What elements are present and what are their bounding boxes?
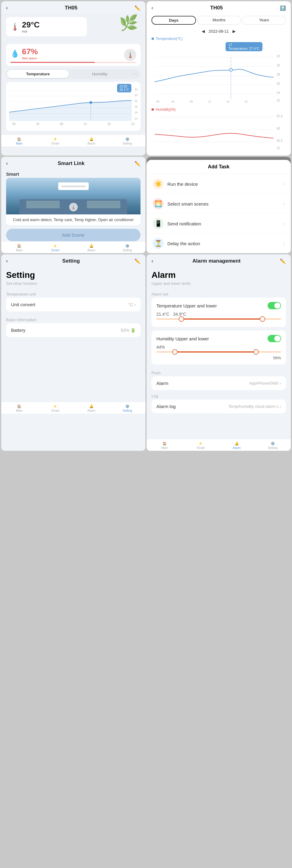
add-task-panel: Add Task ☀️ Run the device › 🌅 Select sm… (147, 160, 291, 253)
home-icon: 🏠 (17, 137, 21, 141)
edit-icon-6[interactable]: ✏️ (280, 258, 286, 264)
temp-alarm-label: Temperature Upper and lower (156, 303, 217, 308)
unit-convert-label: Unit convert (11, 302, 35, 307)
nav-alarm-6[interactable]: 🔔 Alarm (219, 442, 255, 450)
svg-text:32: 32 (134, 93, 137, 97)
alarm-icon: 🔔 (89, 137, 94, 141)
nav-smart-5[interactable]: ⚡ Smart (37, 404, 73, 412)
svg-text:26: 26 (134, 111, 137, 114)
home-icon-5: 🏠 (17, 404, 21, 408)
svg-text:24: 24 (134, 117, 137, 120)
temperature-status: Hot (22, 30, 40, 33)
alarm-log-row[interactable]: Alarm log Temp/humidity cloud alarm c › (152, 400, 286, 413)
push-section-label: Push (147, 368, 291, 376)
edit-icon-3[interactable]: ✏️ (134, 161, 140, 166)
setting-page-title: Setting (1, 267, 145, 281)
setting-icon-3: ⚙️ (125, 244, 130, 248)
smart-icon-5: ⚡ (53, 404, 57, 408)
nav-main-3[interactable]: 🏠 Main (1, 244, 37, 252)
nav-smart-6[interactable]: ⚡ Smart (183, 442, 219, 450)
prev-date-icon[interactable]: ◀ (202, 29, 205, 34)
setting-icon-6: ⚙️ (271, 442, 275, 445)
screen3-title: Smart Link (58, 160, 85, 166)
tab-humidity[interactable]: Humidity (69, 70, 131, 78)
humidity-alarm-toggle[interactable] (268, 335, 281, 342)
svg-text:30: 30 (134, 99, 137, 102)
battery-value: 53% 🔋 (121, 328, 136, 333)
next-date-icon[interactable]: ▶ (233, 29, 236, 34)
task-delay-action[interactable]: ⏳ Delay the action › (147, 234, 291, 253)
alarm-set-label: Alarm set (147, 289, 291, 298)
setting-icon-5: ⚙️ (125, 404, 130, 408)
svg-text:16: 16 (226, 100, 229, 103)
push-value: App/Phone/SMS › (249, 381, 281, 385)
svg-text:32: 32 (277, 55, 281, 58)
back-icon[interactable]: ‹ (6, 5, 8, 11)
battery-icon: 🔋 (130, 328, 136, 333)
temp-alarm-toggle[interactable] (268, 302, 281, 309)
nav-alarm-3[interactable]: 🔔 Alarm (73, 244, 109, 252)
unit-convert-row[interactable]: Unit convert °C › (6, 298, 140, 311)
hist-tab-years[interactable]: Years (242, 16, 286, 25)
nav-setting[interactable]: ⚙️ Setting (109, 137, 145, 145)
nav-setting-3[interactable]: ⚙️ Setting (109, 244, 145, 252)
delay-action-icon: ⏳ (153, 238, 164, 249)
svg-text:60: 60 (277, 127, 281, 130)
nav-setting-5[interactable]: ⚙️ Setting (109, 404, 145, 412)
svg-text:28: 28 (134, 105, 137, 108)
share-icon[interactable]: ⬆️ (280, 5, 286, 11)
unit-convert-value: °C › (128, 302, 136, 307)
nav-alarm-5[interactable]: 🔔 Alarm (73, 404, 109, 412)
nav-smart-3[interactable]: ⚡ Smart (37, 244, 73, 252)
temp-high-value: 34.9°C (173, 312, 186, 317)
smart-icon-6: ⚡ (198, 442, 203, 445)
chevron-log: › (280, 404, 281, 409)
svg-text:09: 09 (156, 100, 159, 103)
smart-icon-3: ⚡ (53, 244, 57, 248)
alarm-push-row[interactable]: Alarm App/Phone/SMS › (152, 376, 286, 390)
nav-smart[interactable]: ⚡ Smart (37, 137, 73, 145)
basic-info-section: Basic information (1, 315, 145, 323)
setting-subtitle: Set other function (1, 281, 145, 289)
hist-tab-months[interactable]: Months (197, 16, 241, 25)
send-notification-icon: 📱 (153, 218, 164, 229)
tab-temperature[interactable]: Temperature (7, 70, 69, 78)
scene-description: Cold and warm detect, Temp care, Temp hi… (6, 214, 140, 225)
temp-low-value: 21.4°C (156, 312, 169, 317)
humidity-icon: 💧 (10, 50, 20, 58)
svg-text:40.5: 40.5 (277, 139, 283, 143)
nav-main-6[interactable]: 🏠 Main (147, 442, 183, 450)
select-scenes-chevron: › (283, 201, 285, 207)
task-select-scenes[interactable]: 🌅 Select smart scenes › (147, 194, 291, 214)
edit-icon[interactable]: ✏️ (134, 5, 140, 11)
chart-tooltip: 13.00 29.1°C (117, 84, 131, 92)
back-icon-2[interactable]: ‹ (152, 5, 153, 11)
temp-unit-section: Temperature unit (1, 289, 145, 298)
screen2-title: TH05 (210, 5, 223, 11)
task-send-notification[interactable]: 📱 Send notification › (147, 214, 291, 234)
svg-text:34: 34 (172, 100, 175, 103)
svg-text:22: 22 (277, 99, 281, 102)
push-label: Alarm (156, 381, 168, 386)
task-run-device[interactable]: ☀️ Run the device › (147, 174, 291, 194)
humidity-low-value: 44% (156, 345, 165, 349)
svg-text:97.5: 97.5 (277, 115, 283, 118)
nav-setting-6[interactable]: ⚙️ Setting (255, 442, 291, 450)
nav-main-5[interactable]: 🏠 Main (1, 404, 37, 412)
back-icon-5[interactable]: ‹ (6, 258, 8, 264)
add-scene-button[interactable]: Add Scene (6, 229, 140, 241)
back-icon-3[interactable]: ‹ (6, 161, 8, 166)
dots-menu[interactable]: ··· (131, 70, 139, 78)
temperature-value: 29°C (22, 20, 40, 30)
svg-text:26: 26 (277, 82, 281, 85)
smart-icon: ⚡ (53, 137, 57, 141)
back-icon-6[interactable]: ‹ (152, 258, 153, 264)
hist-tab-days[interactable]: Days (152, 16, 196, 25)
run-device-label: Run the device (167, 182, 280, 187)
edit-icon-5[interactable]: ✏️ (134, 258, 140, 264)
nav-alarm[interactable]: 🔔 Alarm (73, 137, 109, 145)
nav-main[interactable]: 🏠 Main (1, 137, 37, 145)
run-device-chevron: › (283, 181, 285, 187)
log-section-label: Log (147, 391, 291, 400)
svg-text:30: 30 (277, 64, 281, 67)
